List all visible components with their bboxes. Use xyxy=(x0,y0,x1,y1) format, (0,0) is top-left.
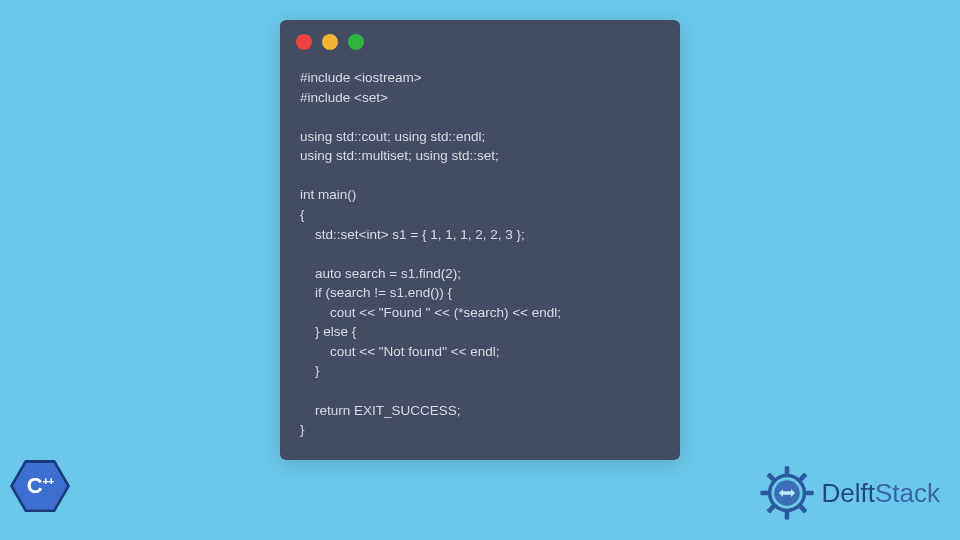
close-icon[interactable] xyxy=(296,34,312,50)
delftstack-gear-icon xyxy=(758,464,816,522)
minimize-icon[interactable] xyxy=(322,34,338,50)
code-window: #include <iostream> #include <set> using… xyxy=(280,20,680,460)
svg-rect-1 xyxy=(784,466,789,474)
maximize-icon[interactable] xyxy=(348,34,364,50)
window-titlebar xyxy=(280,20,680,58)
cpp-logo: C++ xyxy=(10,460,80,540)
svg-rect-2 xyxy=(784,512,789,520)
cpp-hexagon-icon: C++ xyxy=(10,460,70,512)
delftstack-text: DelftStack xyxy=(822,478,941,509)
code-body: #include <iostream> #include <set> using… xyxy=(280,58,680,460)
cpp-logo-text: C++ xyxy=(27,473,54,499)
delftstack-logo: DelftStack xyxy=(758,464,941,522)
svg-rect-4 xyxy=(805,491,813,496)
svg-rect-3 xyxy=(760,491,768,496)
